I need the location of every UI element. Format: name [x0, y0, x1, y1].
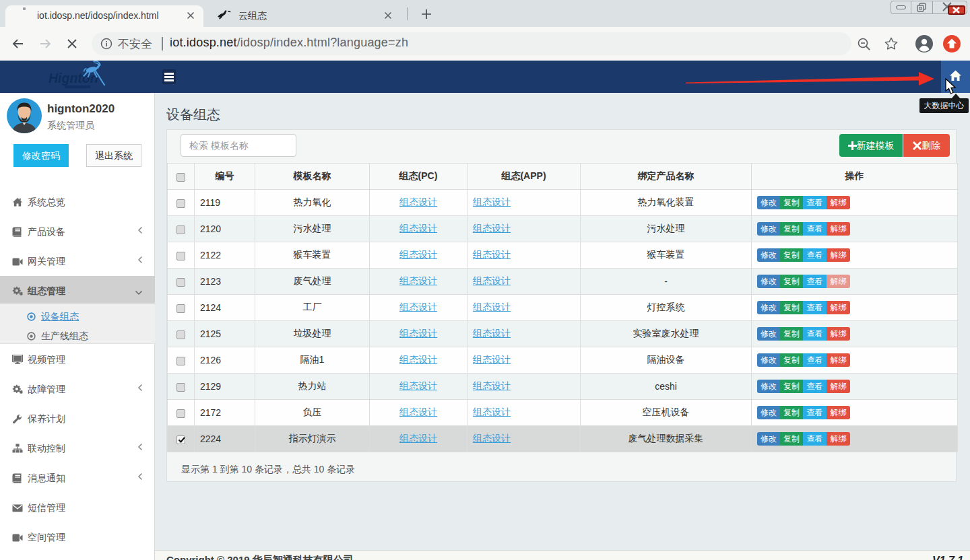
svg-text:Hignton: Hignton: [48, 71, 98, 85]
